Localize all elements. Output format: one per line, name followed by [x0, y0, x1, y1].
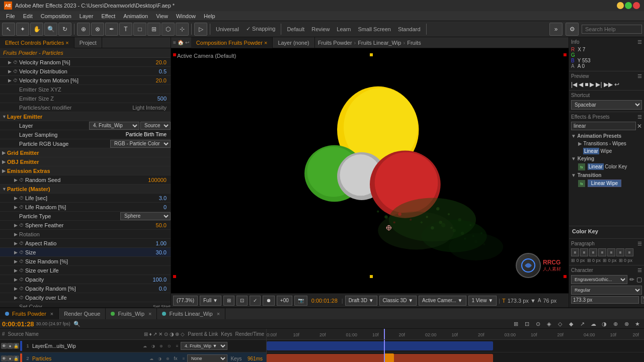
tl-current-time[interactable]: 0:00:01:28: [2, 320, 34, 328]
workspace-default[interactable]: Default: [284, 26, 307, 32]
char-edit-icon[interactable]: ✏: [629, 276, 634, 283]
preview-first[interactable]: |◀: [571, 81, 577, 88]
tl-tool5[interactable]: ◇: [555, 319, 565, 328]
preview-loop[interactable]: ↩: [614, 81, 619, 88]
layer-2-name[interactable]: Particles: [32, 356, 148, 361]
menu-view[interactable]: View: [152, 11, 172, 21]
layer-1-visibility[interactable]: 👁: [1, 343, 7, 349]
maximize-button[interactable]: [625, 2, 632, 9]
layer-2-parent[interactable]: None: [187, 354, 227, 362]
menu-file[interactable]: File: [2, 11, 19, 21]
tl-tab-fruits-powder[interactable]: Fruits Powder ×: [0, 308, 59, 319]
vc-toggle2[interactable]: ⊡: [236, 296, 248, 306]
effects-linear-color-key[interactable]: fx Linear Color Key: [571, 162, 642, 171]
info-menu[interactable]: ☰: [637, 39, 642, 45]
effects-menu[interactable]: ☰: [637, 114, 642, 120]
search-input[interactable]: [582, 25, 642, 34]
tl-tab-fruits-wip[interactable]: Fruits_Wip ×: [106, 308, 157, 319]
workspace-smallscreen[interactable]: Small Screen: [355, 26, 393, 32]
tl-tool2[interactable]: ⊡: [522, 319, 531, 328]
effects-search-input[interactable]: [571, 122, 636, 130]
menu-layer[interactable]: Layer: [75, 11, 98, 21]
preview-next[interactable]: ▶|: [596, 81, 602, 88]
rgb-usage-dropdown[interactable]: RGB - Particle Color: [110, 140, 171, 148]
tool-pen[interactable]: ✒: [105, 23, 118, 36]
font-dropdown[interactable]: EngraversGothic...: [571, 275, 627, 284]
tool-text[interactable]: T: [119, 23, 132, 36]
track-bar-1[interactable]: [267, 341, 493, 350]
tl-tool1[interactable]: ⊞: [511, 319, 520, 328]
align-justify[interactable]: ≡: [598, 248, 606, 256]
preview-stop[interactable]: ■: [585, 81, 588, 88]
tl-tab-render-queue[interactable]: Render Queue: [59, 308, 106, 319]
shortcut-dropdown[interactable]: Spacebar: [571, 100, 642, 110]
align-center[interactable]: ≡: [580, 248, 588, 256]
l1-sw5[interactable]: ≡: [174, 342, 181, 349]
layer-2-visibility[interactable]: 👁: [1, 355, 7, 361]
toolbar-settings[interactable]: ⚙: [566, 23, 579, 36]
vc-resolution[interactable]: Full ▼: [200, 296, 221, 306]
effects-keying[interactable]: ▼ Keying: [571, 155, 642, 162]
tool-zoom[interactable]: 🔍: [44, 23, 57, 36]
l1-sw4[interactable]: ⊙: [166, 342, 173, 349]
menu-animation[interactable]: Animation: [119, 11, 152, 21]
l2-fx[interactable]: fx: [172, 355, 179, 362]
menu-window[interactable]: Window: [172, 11, 200, 21]
preview-menu[interactable]: ☰: [637, 73, 642, 79]
preview-prev[interactable]: ◀: [579, 81, 583, 88]
layer-1-solo[interactable]: ♦: [7, 343, 13, 349]
effects-linear-wipe-preset[interactable]: Linear Wipe: [571, 147, 642, 155]
workspace-review[interactable]: Review: [308, 26, 333, 32]
tl-search-btn[interactable]: 🔍: [72, 319, 82, 328]
tool-move[interactable]: ⊕: [77, 23, 90, 36]
tl-tool11[interactable]: ⊗: [622, 319, 631, 328]
layer-1-lock[interactable]: 🔒: [13, 343, 19, 349]
layer-1-name[interactable]: LayerEm...uits_Wip: [32, 343, 141, 349]
vc-renderer[interactable]: Draft 3D ▼: [345, 296, 377, 306]
character-menu[interactable]: ☰: [637, 267, 642, 273]
tool-shape[interactable]: □: [133, 23, 146, 36]
vc-3d-mode[interactable]: Classic 3D ▼: [379, 296, 417, 306]
vc-zoom[interactable]: (77.3%): [173, 296, 198, 306]
vc-toggle5[interactable]: +00: [277, 296, 292, 306]
tab-effect-controls[interactable]: Effect Controls Particles ×: [0, 37, 74, 48]
tab-layer-none[interactable]: Layer (none): [273, 37, 314, 48]
effects-transitions-wipes[interactable]: ▶ Transitions - Wipes: [571, 140, 642, 147]
close-button[interactable]: [633, 2, 640, 9]
layer-2-solo[interactable]: ♦: [7, 355, 13, 361]
stopwatch-icon[interactable]: ⏱: [13, 60, 19, 65]
l1-sw1[interactable]: ☁: [141, 342, 148, 349]
tab-project[interactable]: Project: [74, 37, 102, 48]
effects-linear-wipe-transition[interactable]: fx Linear Wipe: [571, 179, 642, 188]
font-size-input[interactable]: [571, 296, 639, 304]
workspace-snapping[interactable]: ✓ Snapping: [243, 26, 279, 32]
effects-search-clear[interactable]: ✕: [637, 123, 642, 130]
source-dropdown[interactable]: Source: [140, 122, 171, 130]
char-color-icon[interactable]: ▢: [636, 276, 642, 283]
tool-clone[interactable]: ⊞: [147, 23, 160, 36]
workspace-learn[interactable]: Learn: [334, 26, 354, 32]
tab-composition-fruits-powder[interactable]: Composition Fruits Powder ×: [191, 37, 273, 48]
menu-help[interactable]: Help: [200, 11, 219, 21]
vc-toggle1[interactable]: ⊞: [223, 296, 234, 306]
tl-tab-fruits-linear[interactable]: Fruits Linear_Wip ×: [157, 308, 225, 319]
tl-tool8[interactable]: ☁: [589, 319, 598, 328]
track-bar-2[interactable]: [267, 354, 493, 362]
tool-arrow[interactable]: ↖: [2, 23, 15, 36]
align-left[interactable]: ≡: [571, 248, 579, 256]
tl-tool10[interactable]: ⊕: [611, 319, 620, 328]
align-right[interactable]: ≡: [589, 248, 597, 256]
tracking-input[interactable]: [641, 296, 644, 304]
expand-arrow[interactable]: ▶: [8, 60, 13, 65]
layer-2-lock[interactable]: 🔒: [13, 355, 19, 361]
vc-toggle4[interactable]: ⏺: [263, 296, 275, 306]
layer-1-parent[interactable]: 4. Fruits_Wip ▼: [181, 342, 227, 350]
breadcrumb-fruits[interactable]: Fruits: [407, 40, 421, 46]
align-justify-left[interactable]: ≡: [625, 248, 633, 256]
l2-sw4[interactable]: ≡: [180, 355, 187, 362]
menu-effect[interactable]: Effect: [97, 11, 119, 21]
style-dropdown[interactable]: Regular: [571, 286, 642, 295]
tool-puppet[interactable]: ⊹: [176, 23, 189, 36]
l1-sw3[interactable]: ⊕: [157, 342, 165, 349]
toolbar-expand[interactable]: »: [549, 23, 562, 36]
